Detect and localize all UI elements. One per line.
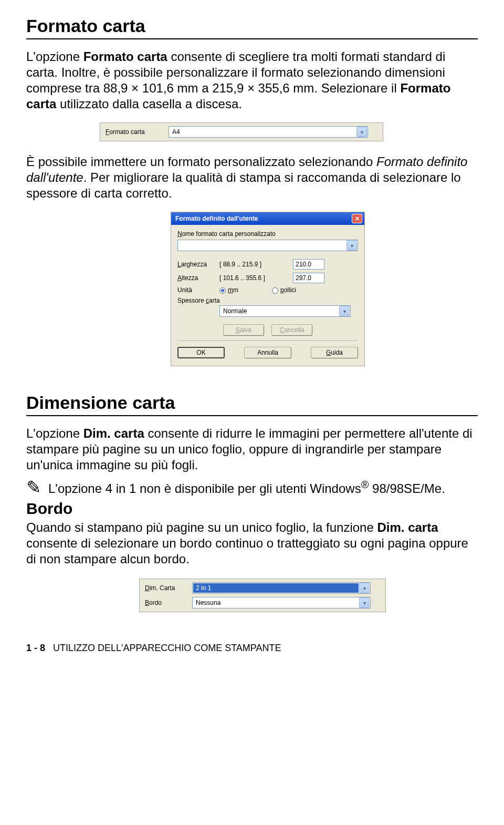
para-dimensione: L'opzione Dim. carta consente di ridurre… — [26, 426, 478, 473]
label-altezza: Altezza — [177, 274, 214, 282]
para-bordo: Quando si stampano più pagine su un unic… — [26, 520, 478, 567]
label-bordo: Bordo — [145, 599, 187, 606]
para-text: L'opzione — [26, 49, 83, 64]
salva-button[interactable]: Salva — [223, 324, 264, 336]
note-icon: ✎ — [26, 478, 41, 496]
chevron-down-icon: ▾ — [359, 597, 370, 608]
para-formato-1: L'opzione Formato carta consente di sceg… — [26, 49, 478, 112]
bordo-select[interactable]: Nessuna ▾ — [192, 597, 371, 609]
para-text: È possibile immettere un formato persona… — [26, 154, 376, 169]
chevron-down-icon: ▾ — [339, 306, 350, 316]
figure-dim-bordo: Dim. Carta 2 in 1 ▾ Bordo Nessuna ▾ — [139, 579, 386, 612]
figure-formato-carta-dropdown: Formato carta A4 ▾ — [100, 122, 383, 141]
range-larghezza: [ 88.9 .. 215.9 ] — [219, 261, 288, 268]
dialog-title: Formato definito dall'utente — [175, 215, 258, 222]
spessore-select[interactable]: Normale ▾ — [219, 305, 351, 317]
cancella-button[interactable]: Cancella — [271, 324, 312, 336]
select-value: 2 in 1 — [193, 583, 359, 593]
para-formato-2: È possibile immettere un formato persona… — [26, 154, 478, 201]
close-icon[interactable]: ✕ — [352, 214, 362, 223]
note-block: ✎ L'opzione 4 in 1 non è disponibile per… — [26, 478, 478, 497]
para-text: . Per migliorare la qualità di stampa si… — [26, 170, 461, 200]
dim-carta-select[interactable]: 2 in 1 ▾ — [192, 582, 371, 594]
larghezza-input[interactable] — [293, 259, 324, 270]
dropdown-label: Formato carta — [106, 128, 163, 136]
select-value: Nessuna — [193, 599, 359, 606]
select-value: A4 — [169, 128, 356, 136]
para-text: L'opzione — [26, 426, 83, 440]
radio-icon — [272, 287, 278, 294]
range-altezza: [ 101.6 .. 355.6 ] — [219, 274, 288, 282]
field-nome: Nome formato carta personalizzato — [177, 230, 358, 238]
ok-button[interactable]: OK — [177, 347, 225, 358]
select-value: Normale — [220, 307, 339, 315]
bold-term: Formato carta — [83, 49, 167, 64]
label-unita: Unità — [177, 286, 214, 294]
guida-button[interactable]: Guida — [311, 347, 358, 358]
radio-mm[interactable]: mm — [219, 286, 267, 294]
para-text: utilizzato dalla casella a discesa. — [56, 97, 242, 111]
label-spessore: Spessore carta — [177, 295, 358, 305]
nome-select[interactable]: ▾ — [177, 240, 358, 251]
formato-carta-select[interactable]: A4 ▾ — [169, 126, 368, 138]
heading-dimensione-carta: Dimensione carta — [26, 393, 478, 416]
note-text: L'opzione 4 in 1 non è disponibile per g… — [48, 478, 445, 497]
bold-term: Dim. carta — [83, 426, 144, 440]
figure-user-defined-dialog: Formato definito dall'utente ✕ Nome form… — [171, 212, 365, 366]
chevron-down-icon: ▾ — [356, 127, 367, 137]
heading-formato-carta: Formato carta — [26, 16, 478, 39]
annulla-button[interactable]: Annulla — [244, 347, 291, 358]
heading-bordo: Bordo — [26, 500, 478, 518]
chevron-down-icon: ▾ — [359, 583, 370, 593]
chapter-title: UTILIZZO DELL'APPARECCHIO COME STAMPANTE — [53, 643, 281, 653]
label-larghezza: Larghezza — [177, 261, 214, 268]
chevron-down-icon: ▾ — [346, 240, 357, 251]
radio-pollici[interactable]: pollici — [272, 286, 296, 294]
page-number: 1 - 8 — [26, 643, 45, 653]
label-dim-carta: Dim. Carta — [145, 584, 187, 592]
dialog-titlebar: Formato definito dall'utente ✕ — [171, 212, 364, 225]
page-footer: 1 - 8 UTILIZZO DELL'APPARECCHIO COME STA… — [26, 643, 478, 654]
radio-icon — [219, 287, 226, 294]
altezza-input[interactable] — [293, 273, 324, 283]
